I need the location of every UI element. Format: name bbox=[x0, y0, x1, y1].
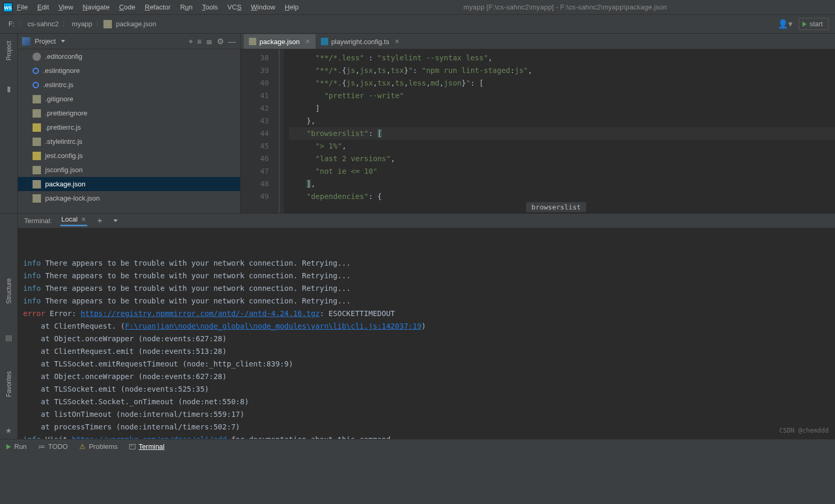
terminal-tab-local[interactable]: Local ✕ bbox=[60, 215, 87, 226]
visit-url-link[interactable]: https://yarnpkg.com/en/docs/cli/add bbox=[72, 435, 227, 439]
navigation-bar: F: 〉 cs-sahnc2 〉 myapp 〉 package.json 👤▾… bbox=[0, 15, 835, 34]
editor-breadcrumb[interactable]: browserslist bbox=[526, 202, 586, 212]
file-label: jsconfig.json bbox=[45, 166, 83, 174]
warn-icon bbox=[79, 443, 86, 450]
status-bar: Run ≔TODO Problems Terminal bbox=[0, 439, 835, 489]
status-problems[interactable]: Problems bbox=[79, 443, 118, 450]
project-tree[interactable]: .editorconfig.eslintignore.eslintrc.js.g… bbox=[18, 49, 240, 213]
gear-icon[interactable]: ⚙ bbox=[217, 37, 224, 46]
tab-label: package.json bbox=[259, 38, 300, 46]
menu-code[interactable]: Code bbox=[119, 3, 135, 11]
left-rail-bottom: Structure ▤ Favorites ★ bbox=[0, 214, 18, 439]
menu-help[interactable]: Help bbox=[285, 3, 299, 11]
file-label: .eslintignore bbox=[43, 67, 80, 75]
tree-file-jsconfig-json[interactable]: jsconfig.json bbox=[18, 163, 240, 177]
locate-icon[interactable]: ⌖ bbox=[189, 37, 193, 46]
crumb-sep-icon: 〉 bbox=[96, 19, 102, 29]
status-todo[interactable]: ≔TODO bbox=[38, 443, 68, 450]
file-icon bbox=[33, 152, 41, 160]
chevron-down-icon[interactable] bbox=[61, 40, 65, 43]
new-terminal-icon[interactable]: ＋ bbox=[96, 215, 104, 226]
star-icon: ★ bbox=[5, 426, 12, 435]
tree-file--prettierignore[interactable]: .prettierignore bbox=[18, 106, 240, 120]
menu-vcs[interactable]: VCS bbox=[227, 3, 242, 11]
tree-file--editorconfig[interactable]: .editorconfig bbox=[18, 49, 240, 64]
user-icon[interactable]: 👤▾ bbox=[778, 19, 792, 29]
left-tool-rail: Project ▮ bbox=[0, 34, 18, 213]
terminal-icon bbox=[129, 444, 135, 449]
file-icon bbox=[33, 138, 41, 146]
file-label: .editorconfig bbox=[45, 52, 82, 60]
expand-all-icon[interactable]: ≡ bbox=[197, 37, 202, 46]
project-panel: Project ⌖ ≡ ≣ ⚙ — .editorconfig.eslintig… bbox=[18, 34, 241, 213]
stack-link[interactable]: F:\ruanjian\node\node_global\node_module… bbox=[125, 322, 422, 330]
collapse-all-icon[interactable]: ≣ bbox=[206, 37, 213, 46]
tab-playwright-config[interactable]: playwright.config.ts ✕ bbox=[316, 34, 405, 49]
close-icon[interactable]: ✕ bbox=[81, 216, 86, 223]
project-panel-title[interactable]: Project bbox=[35, 37, 56, 45]
tree-file--eslintignore[interactable]: .eslintignore bbox=[18, 64, 240, 78]
structure-tool-tab[interactable]: Structure bbox=[5, 278, 13, 304]
window-title: myapp [F:\cs-sahnc2\myapp] - F:\cs-sahnc… bbox=[299, 3, 832, 11]
hide-panel-icon[interactable]: — bbox=[228, 37, 236, 46]
close-icon[interactable]: ✕ bbox=[305, 38, 310, 45]
menu-window[interactable]: Window bbox=[251, 3, 275, 11]
tree-file--gitignore[interactable]: .gitignore bbox=[18, 92, 240, 106]
status-terminal-label: Terminal bbox=[139, 443, 164, 450]
crumb-drive[interactable]: F: bbox=[8, 20, 15, 28]
file-icon bbox=[33, 166, 41, 174]
project-tool-tab[interactable]: Project bbox=[5, 41, 13, 60]
file-icon bbox=[33, 123, 41, 132]
file-label: package.json bbox=[45, 180, 86, 188]
menu-file[interactable]: File bbox=[17, 3, 28, 11]
terminal-label: Terminal: bbox=[24, 217, 52, 225]
menu-tools[interactable]: Tools bbox=[202, 3, 218, 11]
ws-logo-icon: WS bbox=[3, 3, 13, 12]
menu-run[interactable]: Run bbox=[180, 3, 193, 11]
tab-package-json[interactable]: package.json ✕ bbox=[244, 34, 316, 49]
file-label: package-lock.json bbox=[45, 194, 100, 202]
tree-file--prettierrc-js[interactable]: .prettierrc.js bbox=[18, 120, 240, 134]
fold-column[interactable] bbox=[274, 49, 284, 213]
crumb-file[interactable]: package.json bbox=[116, 20, 156, 28]
file-label: .prettierignore bbox=[45, 109, 87, 117]
terminal-panel: Structure ▤ Favorites ★ Terminal: Local … bbox=[0, 213, 835, 439]
project-panel-header: Project ⌖ ≡ ≣ ⚙ — bbox=[18, 34, 240, 49]
tree-file-jest-config-js[interactable]: jest.config.js bbox=[18, 149, 240, 163]
status-run[interactable]: Run bbox=[6, 443, 27, 450]
run-config-button[interactable]: start bbox=[799, 18, 829, 30]
folder-icon: ▮ bbox=[7, 85, 11, 93]
tree-file--stylelintrc-js[interactable]: .stylelintrc.js bbox=[18, 134, 240, 149]
favorites-tool-tab[interactable]: Favorites bbox=[5, 371, 13, 397]
terminal-output[interactable]: info There appears to be trouble with yo… bbox=[18, 228, 835, 439]
tree-file-package-json[interactable]: package.json bbox=[18, 177, 240, 191]
menu-navigate[interactable]: Navigate bbox=[82, 3, 109, 11]
menu-bar: WS File Edit View Navigate Code Refactor… bbox=[0, 0, 835, 15]
menu-refactor[interactable]: Refactor bbox=[145, 3, 171, 11]
file-icon bbox=[33, 109, 41, 118]
file-icon bbox=[33, 180, 41, 188]
close-icon[interactable]: ✕ bbox=[394, 38, 400, 45]
tree-file--eslintrc-js[interactable]: .eslintrc.js bbox=[18, 78, 240, 92]
chevron-down-icon[interactable] bbox=[113, 219, 118, 222]
error-url-link[interactable]: https://registry.npmmirror.com/antd/-/an… bbox=[81, 309, 320, 318]
json-file-icon bbox=[249, 38, 256, 45]
play-icon bbox=[6, 444, 11, 449]
project-title-icon bbox=[22, 37, 30, 46]
menu-view[interactable]: View bbox=[58, 3, 73, 11]
run-config-label: start bbox=[810, 20, 823, 28]
code-content[interactable]: "**/*.less" : "stylelint --syntax less",… bbox=[284, 49, 835, 213]
file-icon bbox=[33, 68, 39, 74]
tab-label: playwright.config.ts bbox=[331, 38, 390, 46]
file-icon bbox=[33, 82, 39, 88]
tree-file-package-lock-json[interactable]: package-lock.json bbox=[18, 191, 240, 205]
crumb-sep-icon: 〉 bbox=[18, 19, 25, 29]
crumb-folder[interactable]: cs-sahnc2 bbox=[28, 20, 59, 28]
status-terminal[interactable]: Terminal bbox=[129, 443, 164, 450]
crumb-project[interactable]: myapp bbox=[72, 20, 92, 28]
file-label: jest.config.js bbox=[45, 152, 83, 160]
code-editor[interactable]: 383940414243444546474849 "**/*.less" : "… bbox=[241, 49, 835, 213]
file-icon bbox=[33, 52, 41, 61]
menu-edit[interactable]: Edit bbox=[37, 3, 49, 11]
status-run-label: Run bbox=[14, 443, 27, 450]
